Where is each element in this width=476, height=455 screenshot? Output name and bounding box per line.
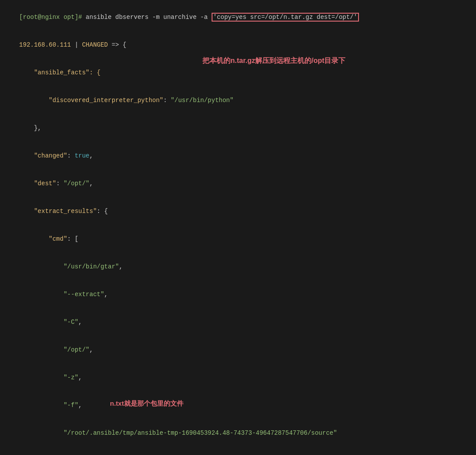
line-9: "cmd": [ <box>2 225 474 253</box>
line-16: "/root/.ansible/tmp/ansible-tmp-16904539… <box>2 419 474 447</box>
line-5: }, <box>2 114 474 142</box>
line-2: 192.168.60.111 | CHANGED => { <box>2 31 474 59</box>
annotation-ntxt: n.txt就是那个包里的文件 <box>110 400 183 408</box>
prompt-1: [root@nginx opt]# <box>19 14 82 21</box>
annotation-unarchive: 把本机的n.tar.gz解压到远程主机的/opt目录下 <box>202 56 345 66</box>
cmd-highlight: 'copy=yes src=/opt/n.tar.gz dest=/opt/' <box>212 13 359 22</box>
line-6: "changed": true, <box>2 142 474 170</box>
line-13: "/opt/", <box>2 336 474 364</box>
line-11: "--extract", <box>2 281 474 308</box>
line-15: "-f", <box>2 392 474 419</box>
line-7: "dest": "/opt/", <box>2 170 474 198</box>
line-10: "/usr/bin/gtar", <box>2 253 474 281</box>
line-8: "extract_results": { <box>2 198 474 225</box>
line-4: "discovered_interpreter_python": "/usr/b… <box>2 87 474 114</box>
terminal: [root@nginx opt]# ansible dbservers -m u… <box>0 0 476 455</box>
line-12: "-C", <box>2 308 474 336</box>
line-14: "-z", <box>2 364 474 392</box>
line-1: [root@nginx opt]# ansible dbservers -m u… <box>2 4 474 31</box>
line-17: ], <box>2 447 474 455</box>
